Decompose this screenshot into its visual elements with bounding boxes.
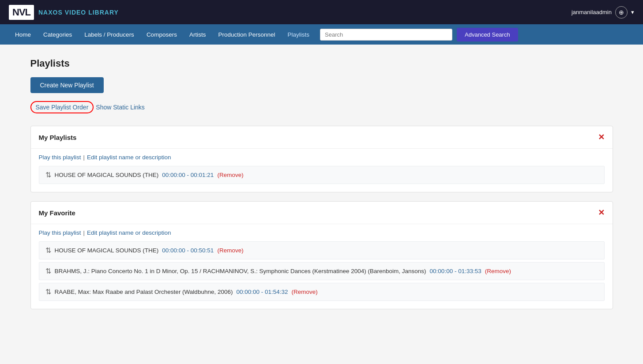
item-title: BRAHMS, J.: Piano Concerto No. 1 in D Mi… — [55, 268, 426, 274]
playlist-items-0: ⇅HOUSE OF MAGICAL SOUNDS (THE)00:00:00 -… — [31, 166, 613, 192]
user-avatar-icon: ⊕ — [619, 9, 624, 16]
item-remove-link[interactable]: (Remove) — [217, 247, 243, 254]
create-playlist-button[interactable]: Create New Playlist — [30, 77, 104, 93]
advanced-search-button[interactable]: Advanced Search — [457, 28, 518, 41]
playlist-card-header-0: My Playlists✕ — [31, 126, 613, 149]
item-time: 00:00:00 - 01:54:32 — [236, 289, 288, 295]
user-area: janmanilaadmin ⊕ ▾ — [572, 6, 634, 19]
page-title: Playlists — [30, 58, 613, 69]
app-name-highlight: VIDEO — [65, 9, 86, 16]
nav-item-categories[interactable]: Categories — [37, 24, 78, 45]
playlist-name-0: My Playlists — [39, 134, 77, 141]
logo-area: NVL NAXOS VIDEO LIBRARY — [9, 5, 119, 20]
playlist-item-row: ⇅RAABE, Max: Max Raabe and Palast Orches… — [39, 283, 605, 301]
user-dropdown-arrow[interactable]: ▾ — [631, 9, 634, 15]
playlist-item-row: ⇅BRAHMS, J.: Piano Concerto No. 1 in D M… — [39, 262, 605, 280]
item-title: RAABE, Max: Max Raabe and Palast Orchest… — [55, 289, 233, 295]
nav-item-labels[interactable]: Labels / Producers — [78, 24, 140, 45]
search-container — [320, 29, 452, 41]
play-playlist-link-1[interactable]: Play this playlist — [39, 229, 81, 236]
drag-handle-icon[interactable]: ⇅ — [45, 246, 51, 255]
action-links: Save Playlist Order Show Static Links — [30, 101, 613, 113]
playlist-item-row: ⇅HOUSE OF MAGICAL SOUNDS (THE)00:00:00 -… — [39, 166, 605, 184]
drag-handle-icon[interactable]: ⇅ — [45, 171, 51, 179]
nav-item-composers[interactable]: Composers — [140, 24, 183, 45]
nav-item-production[interactable]: Production Personnel — [212, 24, 281, 45]
logo-box: NVL — [9, 5, 34, 20]
app-name: NAXOS VIDEO LIBRARY — [38, 9, 119, 16]
item-time: 00:00:00 - 00:01:21 — [162, 172, 214, 178]
playlist-item-row: ⇅HOUSE OF MAGICAL SOUNDS (THE)00:00:00 -… — [39, 241, 605, 259]
item-time: 00:00:00 - 01:33:53 — [430, 268, 481, 274]
nav-menu: Home Categories Labels / Producers Compo… — [0, 24, 643, 45]
nav-item-playlists[interactable]: Playlists — [282, 24, 316, 45]
playlist-name-1: My Favorite — [39, 209, 75, 217]
playlist-items-1: ⇅HOUSE OF MAGICAL SOUNDS (THE)00:00:00 -… — [31, 241, 613, 309]
user-icon[interactable]: ⊕ — [615, 6, 628, 19]
drag-handle-icon[interactable]: ⇅ — [45, 267, 51, 275]
pipe-separator-1: | — [83, 229, 85, 236]
item-remove-link[interactable]: (Remove) — [485, 268, 511, 274]
pipe-separator-0: | — [83, 154, 85, 161]
playlist-card-1: My Favorite✕Play this playlist | Edit pl… — [30, 201, 613, 309]
main-content: Playlists Create New Playlist Save Playl… — [13, 45, 631, 331]
nav-item-artists[interactable]: Artists — [183, 24, 212, 45]
playlist-close-button-0[interactable]: ✕ — [598, 132, 605, 142]
search-input[interactable] — [320, 29, 452, 41]
item-title: HOUSE OF MAGICAL SOUNDS (THE) — [55, 247, 159, 254]
username: janmanilaadmin — [572, 9, 612, 15]
drag-handle-icon[interactable]: ⇅ — [45, 288, 51, 296]
save-playlist-order-link[interactable]: Save Playlist Order — [30, 101, 94, 113]
nav-item-home[interactable]: Home — [9, 24, 37, 45]
show-static-links-link[interactable]: Show Static Links — [96, 104, 145, 111]
playlist-card-header-1: My Favorite✕ — [31, 202, 613, 224]
playlists-container: My Playlists✕Play this playlist | Edit p… — [30, 126, 613, 309]
playlist-card-0: My Playlists✕Play this playlist | Edit p… — [30, 126, 613, 192]
playlist-actions-1: Play this playlist | Edit playlist name … — [31, 224, 613, 241]
app-name-suffix: LIBRARY — [86, 9, 119, 16]
item-time: 00:00:00 - 00:50:51 — [162, 247, 214, 254]
top-bar: NVL NAXOS VIDEO LIBRARY janmanilaadmin ⊕… — [0, 0, 643, 24]
edit-playlist-link-1[interactable]: Edit playlist name or description — [87, 229, 171, 236]
item-remove-link[interactable]: (Remove) — [292, 289, 318, 295]
item-title: HOUSE OF MAGICAL SOUNDS (THE) — [55, 172, 159, 178]
playlist-close-button-1[interactable]: ✕ — [598, 208, 605, 218]
play-playlist-link-0[interactable]: Play this playlist — [39, 154, 81, 161]
playlist-actions-0: Play this playlist | Edit playlist name … — [31, 149, 613, 166]
item-remove-link[interactable]: (Remove) — [217, 172, 243, 178]
app-name-prefix: NAXOS — [38, 9, 65, 16]
edit-playlist-link-0[interactable]: Edit playlist name or description — [87, 154, 171, 161]
